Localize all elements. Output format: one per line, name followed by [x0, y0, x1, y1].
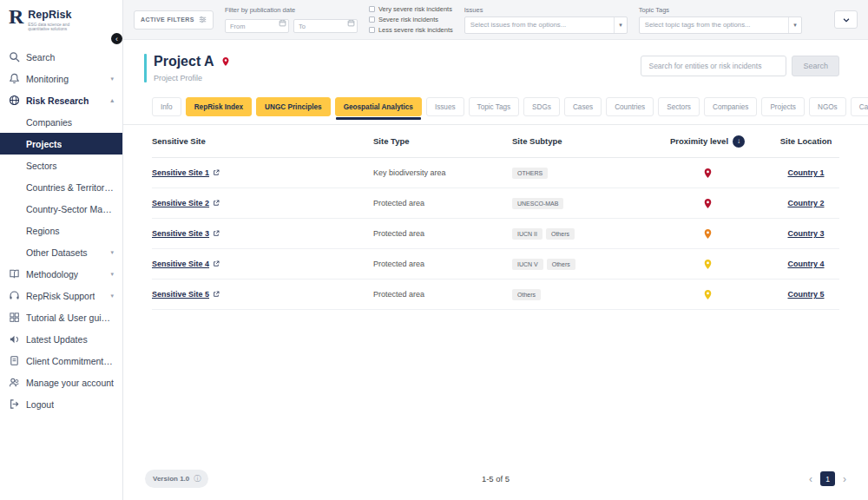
tab-countries[interactable]: Countries	[606, 97, 654, 116]
document-icon	[9, 355, 20, 366]
sidebar-item-label: Projects	[26, 139, 62, 149]
site-type-cell: Protected area	[373, 199, 512, 207]
search-button[interactable]: Search	[792, 56, 839, 76]
sidebar-item-label: Sectors	[26, 161, 57, 171]
site-type-cell: Protected area	[373, 290, 512, 299]
sort-desc-icon[interactable]: ↓	[733, 135, 745, 148]
tab-issues[interactable]: Issues	[426, 97, 464, 116]
proximity-pin-icon	[702, 198, 713, 209]
tab-sectors[interactable]: Sectors	[658, 97, 700, 116]
sidebar-item-label: Methodology	[26, 269, 78, 280]
issues-filter: Issues Select issues from the options...…	[464, 6, 628, 34]
tab-companies[interactable]: Companies	[704, 97, 757, 116]
sidebar-item-risk-research[interactable]: Risk Research ▴	[0, 89, 122, 111]
site-type-cell: Protected area	[373, 260, 512, 268]
site-link-label: Sensitive Site 1	[152, 168, 209, 177]
checkbox-icon[interactable]	[369, 27, 375, 33]
site-type-cell: Protected area	[373, 229, 512, 238]
date-to-field	[293, 16, 358, 34]
external-link-icon	[213, 291, 220, 298]
search-input[interactable]	[641, 56, 786, 76]
pagination: ‹ 1 ›	[809, 471, 846, 486]
tab-cases[interactable]: Cases	[564, 97, 602, 116]
next-page-button[interactable]: ›	[843, 473, 846, 485]
severity-label: Very severe risk incidents	[378, 5, 452, 13]
sidebar-item-label: Monitoring	[26, 74, 69, 84]
sidebar-item-label: Countries & Territories	[26, 182, 114, 193]
sensitive-site-link[interactable]: Sensitive Site 4	[152, 260, 220, 268]
country-link[interactable]: Country 4	[787, 260, 824, 268]
book-icon	[9, 268, 20, 280]
site-link-label: Sensitive Site 5	[152, 290, 209, 299]
column-header-sensitive-site: Sensitive Site	[152, 136, 373, 146]
issues-label: Issues	[464, 6, 628, 14]
issues-select[interactable]: Select issues from the options... ▾	[464, 16, 628, 34]
severity-less-severe-checkbox[interactable]: Less severe risk incidents	[369, 26, 453, 34]
sidebar-item-monitoring[interactable]: Monitoring ▾	[0, 68, 122, 89]
topic-tags-select[interactable]: Select topic tags from the options... ▾	[639, 16, 802, 34]
sidebar-item-manage-account[interactable]: Manage your account	[0, 372, 122, 393]
tab-sdgs[interactable]: SDGs	[523, 97, 560, 116]
sensitive-site-link[interactable]: Sensitive Site 3	[152, 229, 220, 238]
sensitive-site-link[interactable]: Sensitive Site 5	[152, 290, 220, 299]
severity-severe-checkbox[interactable]: Severe risk incidents	[369, 16, 453, 23]
version-button[interactable]: Version 1.0 ⓘ	[145, 470, 208, 488]
sidebar-item-search[interactable]: Search	[0, 46, 122, 68]
checkbox-icon[interactable]	[369, 16, 375, 23]
sidebar-item-country-sector-matrix[interactable]: Country-Sector Matrix	[0, 198, 122, 220]
current-page-button[interactable]: 1	[820, 471, 835, 486]
tab-campaigns[interactable]: Campaigns	[851, 97, 868, 116]
sidebar-item-sectors[interactable]: Sectors	[0, 155, 122, 176]
severity-label: Severe risk incidents	[378, 16, 438, 23]
tab-ngos[interactable]: NGOs	[809, 97, 846, 116]
users-icon	[9, 377, 20, 388]
collapse-filters-button[interactable]	[834, 10, 858, 29]
calendar-icon[interactable]	[279, 19, 286, 27]
sidebar-item-projects[interactable]: Projects	[0, 133, 122, 155]
column-header-proximity-level: Proximity level	[670, 136, 728, 146]
active-filters-button[interactable]: ACTIVE FILTERS	[134, 10, 214, 30]
sidebar-item-tutorial[interactable]: Tutorial & User guides	[0, 306, 122, 328]
topic-tags-filter: Topic Tags Select topic tags from the op…	[639, 6, 802, 34]
sidebar: R RepRisk ESG data science and quantitat…	[0, 0, 123, 500]
chevron-down-icon: ▾	[110, 76, 114, 82]
sidebar-item-companies[interactable]: Companies	[0, 111, 122, 133]
tab-ungc-principles[interactable]: UNGC Principles	[256, 97, 331, 116]
severity-very-severe-checkbox[interactable]: Very severe risk incidents	[369, 5, 453, 13]
sidebar-item-countries-territories[interactable]: Countries & Territories	[0, 176, 122, 198]
sidebar-item-other-datasets[interactable]: Other Datasets ▾	[0, 241, 122, 263]
sensitive-site-link[interactable]: Sensitive Site 1	[152, 168, 220, 177]
sidebar-item-reprisk-support[interactable]: RepRisk Support ▾	[0, 285, 122, 306]
severity-label: Less severe risk incidents	[378, 26, 453, 34]
subtype-chip: Others	[547, 259, 575, 270]
tab-projects[interactable]: Projects	[761, 97, 805, 116]
megaphone-icon	[9, 333, 20, 345]
sensitive-site-link[interactable]: Sensitive Site 2	[152, 199, 220, 207]
calendar-icon[interactable]	[347, 19, 355, 27]
tab-info[interactable]: Info	[152, 97, 181, 116]
collapse-sidebar-button[interactable]: ‹	[111, 33, 122, 44]
external-link-icon	[213, 230, 220, 237]
tab-topic-tags[interactable]: Topic Tags	[469, 97, 520, 116]
subtype-chip: Others	[512, 289, 541, 300]
subtype-chip: OTHERS	[512, 168, 548, 179]
chevron-down-icon: ▾	[110, 249, 114, 256]
site-link-label: Sensitive Site 4	[152, 260, 209, 268]
sidebar-item-logout[interactable]: Logout	[0, 393, 122, 415]
country-link[interactable]: Country 1	[787, 168, 824, 177]
country-link[interactable]: Country 3	[787, 229, 824, 238]
site-link-label: Sensitive Site 2	[152, 199, 209, 207]
sidebar-item-client-charter[interactable]: Client Commitment Charter	[0, 350, 122, 372]
country-link[interactable]: Country 5	[787, 290, 824, 299]
country-link[interactable]: Country 2	[787, 199, 824, 207]
sidebar-item-regions[interactable]: Regions	[0, 220, 122, 241]
tab-geospatial-analytics[interactable]: Geospatial Analytics	[335, 97, 422, 116]
tab-reprisk-index[interactable]: RepRisk Index	[186, 97, 252, 116]
previous-page-button[interactable]: ‹	[809, 473, 812, 485]
sidebar-item-latest-updates[interactable]: Latest Updates	[0, 328, 122, 350]
checkbox-icon[interactable]	[369, 6, 375, 12]
grid-icon	[9, 312, 20, 323]
sidebar-item-methodology[interactable]: Methodology ▾	[0, 263, 122, 285]
chevron-down-icon: ▾	[788, 17, 801, 33]
tab-bar: Info RepRisk Index UNGC Principles Geosp…	[123, 89, 868, 125]
